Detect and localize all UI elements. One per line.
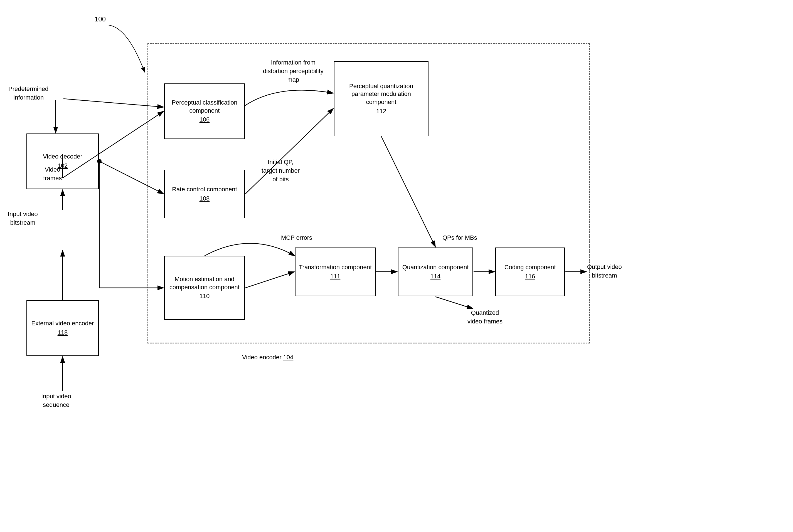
video-decoder-box: Video decoder 102 xyxy=(26,133,99,189)
motion-estimation-id: 110 xyxy=(200,292,210,300)
coding-id: 116 xyxy=(525,272,535,281)
rate-control-label: Rate control component xyxy=(172,186,237,193)
diagram-container: 100 Video decoder 102 External video enc… xyxy=(0,0,793,532)
coding-box: Coding component 116 xyxy=(495,247,565,296)
video-decoder-label: Video decoder xyxy=(43,153,82,161)
quantized-video-frames-label: Quantizedvideo frames xyxy=(467,309,502,326)
output-video-bitstream-label: Output videobitstream xyxy=(587,263,622,280)
motion-estimation-box: Motion estimation and compensation compo… xyxy=(164,256,245,320)
rate-control-box: Rate control component 108 xyxy=(164,170,245,218)
perceptual-classification-label: Perceptual classification component xyxy=(167,99,242,115)
external-encoder-box: External video encoder 118 xyxy=(26,300,99,356)
transformation-id: 111 xyxy=(330,272,340,281)
rate-control-id: 108 xyxy=(200,195,210,203)
perceptual-classification-box: Perceptual classification component 106 xyxy=(164,83,245,139)
perceptual-classification-id: 106 xyxy=(200,116,210,124)
ref-number-100: 100 xyxy=(95,15,106,23)
input-video-sequence-label: Input videosequence xyxy=(41,392,71,410)
mcp-errors-label: MCP errors xyxy=(281,234,312,242)
perceptual-quantization-label: Perceptual quantization parameter modula… xyxy=(337,82,426,106)
predetermined-label: PredeterminedInformation xyxy=(8,85,49,102)
input-video-bitstream-label: Input videobitstream xyxy=(8,210,38,227)
transformation-label: Transformation component xyxy=(299,263,372,271)
external-encoder-label: External video encoder xyxy=(31,320,94,328)
quantization-box: Quantization component 114 xyxy=(398,247,473,296)
perceptual-quantization-box: Perceptual quantization parameter modula… xyxy=(334,61,428,136)
initial-qp-label: Initial QP,target numberof bits xyxy=(261,158,300,184)
qps-for-mbs-label: QPs for MBs xyxy=(442,234,477,242)
coding-label: Coding component xyxy=(504,263,556,271)
information-from-label: Information fromdistortion perceptibilit… xyxy=(263,58,324,84)
external-encoder-id: 118 xyxy=(58,329,68,337)
transformation-box: Transformation component 111 xyxy=(295,247,376,296)
quantization-label: Quantization component xyxy=(402,263,469,271)
perceptual-quantization-id: 112 xyxy=(376,107,386,115)
video-encoder-label: Video encoder 104 xyxy=(242,353,293,362)
quantization-id: 114 xyxy=(430,272,441,281)
video-frames-label: Videoframes xyxy=(43,166,62,183)
motion-estimation-label: Motion estimation and compensation compo… xyxy=(167,275,242,291)
